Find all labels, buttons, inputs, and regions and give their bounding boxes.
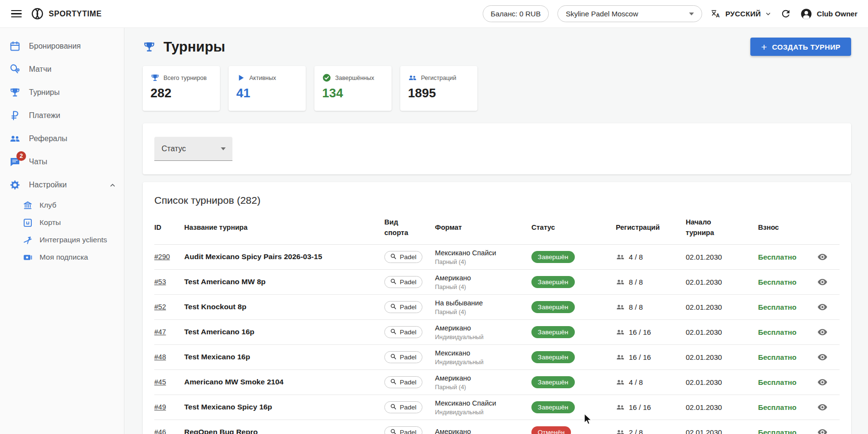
bank-icon	[23, 200, 33, 210]
col-header-id: ID	[154, 222, 184, 233]
view-tournament-button[interactable]	[814, 425, 831, 434]
sidebar-item-label: Настройки	[29, 181, 67, 189]
table-header-row: ID Название турнира Вид спорта Формат Ст…	[154, 211, 840, 245]
tournament-id-link[interactable]: #48	[154, 353, 166, 361]
start-date: 02.01.2030	[686, 328, 758, 336]
start-date: 02.01.2030	[686, 253, 758, 261]
padel-racket-icon	[390, 379, 397, 385]
sidebar-item-tournaments[interactable]: Турниры	[0, 81, 124, 104]
main-content: Турниры + СОЗДАТЬ ТУРНИР Всего турниров	[124, 28, 868, 434]
format-sub: Парный (4)	[435, 384, 531, 391]
create-tournament-button[interactable]: + СОЗДАТЬ ТУРНИР	[750, 38, 851, 56]
tournament-id-link[interactable]: #49	[154, 403, 166, 411]
start-date: 02.01.2030	[686, 353, 758, 361]
table-row[interactable]: #45 Americano MW Smoke 2104 Padel Америк…	[154, 370, 840, 395]
tournament-table-body: #290 Audit Mexicano Spicy Pairs 2026-03-…	[154, 245, 840, 434]
sidebar-item-my-subscription[interactable]: Моя подписка	[0, 249, 124, 266]
format-sub: Индивидуальный	[435, 359, 531, 366]
sidebar-item-club[interactable]: Клуб	[0, 197, 124, 214]
sidebar-item-payments[interactable]: Платежи	[0, 104, 124, 127]
view-tournament-button[interactable]	[814, 350, 831, 364]
sidebar-item-chats[interactable]: 2 Чаты	[0, 150, 124, 173]
sidebar-item-referrals[interactable]: Рефералы	[0, 127, 124, 150]
balance-chip: Баланс: 0 RUB	[483, 5, 549, 22]
start-date: 02.01.2030	[686, 403, 758, 411]
sidebar-item-courts[interactable]: Корты	[0, 214, 124, 231]
svg-text:A: A	[716, 13, 720, 18]
view-tournament-button[interactable]	[814, 250, 831, 264]
format-sub: Индивидуальный	[435, 334, 531, 341]
people-icon	[616, 428, 625, 434]
sidebar-item-bookings[interactable]: Бронирования	[0, 35, 124, 58]
chats-unread-badge: 2	[16, 151, 26, 161]
eye-icon	[817, 352, 828, 363]
menu-icon[interactable]	[7, 4, 26, 24]
view-tournament-button[interactable]	[814, 325, 831, 339]
sidebar-item-label: Чаты	[29, 158, 47, 166]
tournament-name: Americano MW Smoke 2104	[184, 378, 384, 386]
stat-value: 1895	[408, 86, 470, 101]
integration-icon	[23, 235, 33, 245]
start-date: 02.01.2030	[686, 378, 758, 386]
tournament-id-link[interactable]: #290	[154, 253, 170, 261]
tournament-name: Test Americano MW 8p	[184, 277, 384, 286]
view-tournament-button[interactable]	[814, 275, 831, 289]
tournament-id-link[interactable]: #52	[154, 303, 166, 311]
table-row[interactable]: #46 RegOpen Bug Repro Padel Американо От…	[154, 420, 840, 434]
registrations-count: 8 / 8	[629, 278, 643, 286]
padel-racket-icon	[390, 303, 397, 310]
fee-value: Бесплатно	[758, 378, 814, 386]
language-switcher[interactable]: A РУССКИЙ	[711, 9, 772, 19]
tournament-name: Test Mexicano Spicy 16p	[184, 403, 384, 411]
view-tournament-button[interactable]	[814, 300, 831, 314]
status-badge: Завершён	[531, 276, 575, 288]
tournament-id-link[interactable]: #53	[154, 278, 166, 286]
table-row[interactable]: #52 Test Knockout 8p Padel На выбывание …	[154, 295, 840, 320]
brand: SPORTYTIME	[31, 7, 102, 20]
dropdown-arrow-icon	[221, 147, 226, 150]
sidebar-item-yclients-integration[interactable]: Интеграция yclients	[0, 231, 124, 249]
people-icon	[408, 73, 417, 82]
racket-icon	[9, 64, 21, 75]
stat-label: Завершённых	[335, 75, 374, 81]
view-tournament-button[interactable]	[814, 400, 831, 414]
stat-card-registrations: Регистраций 1895	[400, 66, 477, 111]
fee-value: Бесплатно	[758, 253, 814, 261]
table-row[interactable]: #53 Test Americano MW 8p Padel Американо…	[154, 270, 840, 295]
status-badge: Завершён	[531, 301, 575, 313]
format-main: Американо	[435, 427, 531, 434]
start-date: 02.01.2030	[686, 303, 758, 311]
table-row[interactable]: #290 Audit Mexicano Spicy Pairs 2026-03-…	[154, 245, 840, 270]
eye-icon	[817, 377, 828, 388]
table-row[interactable]: #49 Test Mexicano Spicy 16p Padel Мексик…	[154, 395, 840, 420]
sidebar-item-settings[interactable]: Настройки	[0, 173, 124, 197]
ruble-icon	[9, 110, 21, 121]
start-date: 02.01.2030	[686, 428, 758, 434]
tournament-id-link[interactable]: #47	[154, 328, 166, 336]
registrations-count: 2 / 8	[629, 428, 643, 434]
chat-icon: 2	[9, 156, 21, 168]
sidebar-item-label: Моя подписка	[40, 253, 88, 262]
status-filter-select[interactable]: Статус	[154, 137, 232, 161]
user-menu[interactable]: Club Owner	[800, 8, 857, 20]
eye-icon	[817, 427, 828, 434]
sidebar-item-label: Корты	[40, 218, 61, 227]
tournament-id-link[interactable]: #45	[154, 378, 166, 386]
stat-label: Всего турниров	[163, 75, 207, 81]
table-row[interactable]: #48 Test Mexicano 16p Padel Мексикано Ин…	[154, 345, 840, 370]
format-sub: Парный (4)	[435, 259, 531, 265]
fee-value: Бесплатно	[758, 278, 814, 286]
sport-chip: Padel	[384, 301, 422, 313]
tournament-name: Test Americano 16p	[184, 328, 384, 336]
registrations-count: 4 / 8	[629, 378, 643, 386]
club-selector[interactable]: Skyline Padel Moscow	[557, 5, 702, 22]
table-row[interactable]: #47 Test Americano 16p Padel Американо И…	[154, 320, 840, 345]
people-icon	[616, 403, 625, 412]
tournament-id-link[interactable]: #46	[154, 428, 166, 434]
col-header-sport: Вид спорта	[384, 217, 414, 238]
gear-icon	[9, 179, 21, 191]
sidebar-item-matches[interactable]: Матчи	[0, 58, 124, 81]
refresh-icon[interactable]	[780, 8, 791, 19]
view-tournament-button[interactable]	[814, 375, 831, 389]
check-circle-icon	[322, 73, 331, 82]
